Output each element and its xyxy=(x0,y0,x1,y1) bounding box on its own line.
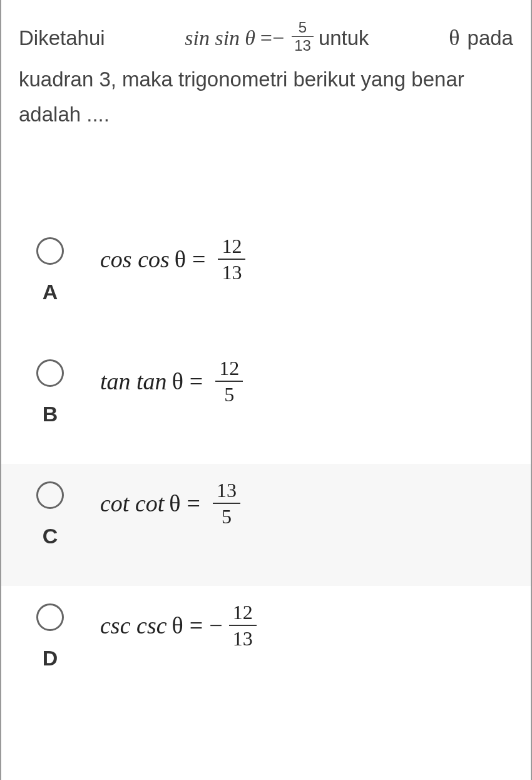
question-text: Diketahui sin sin θ =− 5 13 untuk θ pada… xyxy=(1,0,531,145)
neg-d: − xyxy=(209,612,222,639)
radio-c[interactable] xyxy=(36,481,64,509)
func-a: cos cos xyxy=(100,245,170,273)
question-part2: untuk xyxy=(319,21,369,56)
question-part3: pada xyxy=(468,21,513,56)
func-d: csc csc xyxy=(100,612,167,639)
options-container: A cos cos θ = 12 13 B tan tan θ = 12 5 xyxy=(1,220,531,708)
option-b[interactable]: B tan tan θ = 12 5 xyxy=(1,342,531,464)
question-line2: kuadran 3, maka trigonometri berikut yan… xyxy=(19,62,513,132)
equation-c: cot cot θ = 13 5 xyxy=(75,476,513,526)
theta-symbol: θ xyxy=(245,20,255,56)
theta-d: θ xyxy=(172,612,183,639)
sin-func: sin sin xyxy=(185,20,240,56)
func-b: tan tan xyxy=(100,367,167,395)
sign-c: = xyxy=(187,490,200,517)
radio-column-c: C xyxy=(25,476,75,548)
num-d: 12 xyxy=(229,602,257,626)
radio-column-b: B xyxy=(25,354,75,426)
theta-a: θ xyxy=(175,245,186,273)
equals-minus: =− xyxy=(260,20,284,56)
theta-symbol-2: θ xyxy=(449,19,459,57)
radio-b[interactable] xyxy=(36,359,64,387)
den-b: 5 xyxy=(215,382,243,404)
frac-b: 12 5 xyxy=(215,358,243,404)
theta-b: θ xyxy=(172,367,183,395)
option-a[interactable]: A cos cos θ = 12 13 xyxy=(1,220,531,342)
frac-d: 12 13 xyxy=(229,602,257,649)
den-c: 5 xyxy=(213,504,240,526)
radio-d[interactable] xyxy=(36,603,64,631)
equation-b: tan tan θ = 12 5 xyxy=(75,354,513,404)
radio-column-a: A xyxy=(25,232,75,304)
question-part1: Diketahui xyxy=(19,21,105,56)
radio-a[interactable] xyxy=(36,237,64,265)
frac-c: 13 5 xyxy=(213,480,240,526)
radio-column-d: D xyxy=(25,598,75,670)
sign-b: = xyxy=(190,367,203,395)
den-d: 13 xyxy=(229,626,257,649)
label-a: A xyxy=(43,280,58,304)
equation-a: cos cos θ = 12 13 xyxy=(75,232,513,282)
option-c[interactable]: C cot cot θ = 13 5 xyxy=(1,464,531,586)
theta-c: θ xyxy=(169,490,180,517)
equation-d: csc csc θ = − 12 13 xyxy=(75,598,513,649)
frac-num: 5 xyxy=(292,20,314,37)
label-b: B xyxy=(43,402,58,426)
frac-a: 12 13 xyxy=(218,236,245,282)
label-d: D xyxy=(43,646,58,670)
func-c: cot cot xyxy=(100,490,164,517)
label-c: C xyxy=(43,524,58,548)
sign-a: = xyxy=(192,245,205,273)
question-fraction: 5 13 xyxy=(292,20,314,53)
sign-d: = xyxy=(190,612,203,639)
num-b: 12 xyxy=(215,358,243,382)
frac-den: 13 xyxy=(292,37,314,53)
den-a: 13 xyxy=(218,260,245,282)
num-c: 13 xyxy=(213,480,240,504)
num-a: 12 xyxy=(218,236,245,260)
option-d[interactable]: D csc csc θ = − 12 13 xyxy=(1,586,531,708)
